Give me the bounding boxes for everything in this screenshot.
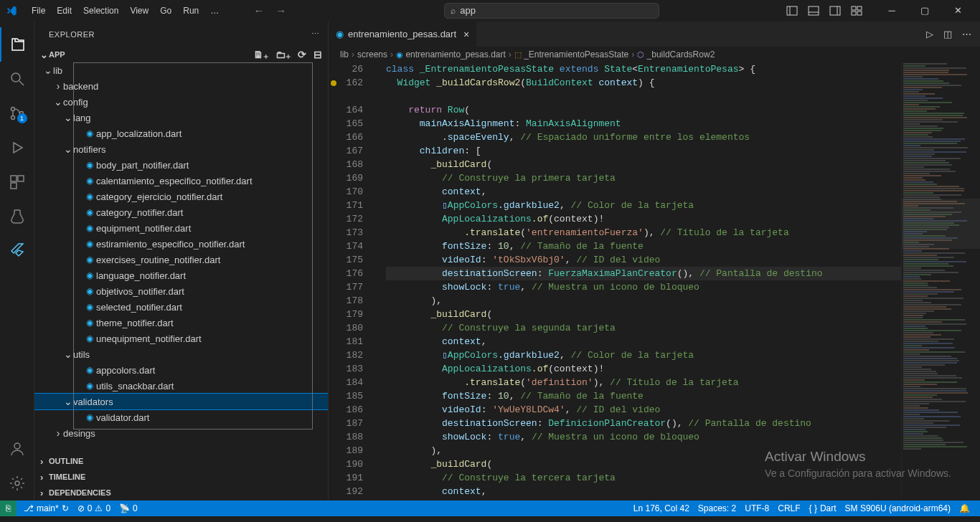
file-category-ejercicio-notifier-dart[interactable]: ◉category_ejercicio_notifier.dart — [34, 189, 328, 204]
sb-spaces[interactable]: Spaces: 2 — [694, 500, 740, 516]
collapse-all-icon[interactable]: ⊟ — [314, 49, 322, 60]
breadcrumb-segment[interactable]: lib — [340, 49, 349, 60]
activity-run-debug[interactable] — [0, 130, 34, 165]
file-equipment-notifier-dart[interactable]: ◉equipment_notifier.dart — [34, 220, 328, 236]
sb-branch[interactable]: ⎇ main* ↻ — [19, 500, 73, 516]
gutter — [329, 62, 339, 500]
tree-label: utils_snackbar.dart — [96, 381, 174, 392]
menu-file[interactable]: File — [26, 0, 51, 22]
file-calentamiento-especifico-notifier-dart[interactable]: ◉calentamiento_especifico_notifier.dart — [34, 173, 328, 189]
editor-more-icon[interactable]: ⋯ — [962, 29, 971, 39]
activity-accounts[interactable] — [0, 432, 34, 466]
dart-file-icon: ◉ — [83, 176, 96, 186]
layout-controls — [786, 5, 862, 16]
folder-notifiers[interactable]: ⌄notifiers — [34, 141, 328, 157]
menu-edit[interactable]: Edit — [51, 0, 77, 22]
toggle-secondary-sidebar-icon[interactable] — [829, 5, 841, 16]
folder-lib[interactable]: ⌄lib — [34, 62, 328, 78]
split-editor-icon[interactable]: ◫ — [943, 29, 952, 39]
file-category-notifier-dart[interactable]: ◉category_notifier.dart — [34, 204, 328, 220]
sb-position[interactable]: Ln 176, Col 42 — [629, 500, 694, 516]
sb-encoding[interactable]: UTF-8 — [740, 500, 773, 516]
window-minimize-button[interactable]: ─ — [875, 0, 908, 22]
tree-label: category_ejercicio_notifier.dart — [96, 191, 222, 202]
section-dependencies[interactable]: ›DEPENDENCIES — [34, 485, 328, 500]
breadcrumb[interactable]: lib›screens›◉ entrenamiento_pesas.dart›⬚… — [329, 47, 980, 62]
toggle-panel-icon[interactable] — [808, 5, 819, 16]
folder-lang[interactable]: ⌄lang — [34, 110, 328, 125]
menu-run[interactable]: Run — [177, 0, 204, 22]
sb-eol[interactable]: CRLF — [773, 500, 804, 516]
file-language-notifier-dart[interactable]: ◉language_notifier.dart — [34, 267, 328, 283]
menu-selection[interactable]: Selection — [77, 0, 124, 22]
toggle-primary-sidebar-icon[interactable] — [786, 5, 798, 16]
svg-rect-6 — [852, 6, 856, 10]
svg-rect-7 — [857, 6, 862, 10]
activity-testing[interactable] — [0, 199, 34, 234]
activity-extensions[interactable] — [0, 165, 34, 199]
tab-row: ◉ entrenamiento_pesas.dart × ▷ ◫ ⋯ — [329, 22, 980, 47]
folder-utils[interactable]: ⌄utils — [34, 346, 328, 362]
refresh-icon[interactable]: ⟳ — [298, 49, 306, 60]
sb-device[interactable]: SM S906U (android-arm64) — [841, 500, 955, 516]
section-outline[interactable]: ›OUTLINE — [34, 453, 328, 469]
activity-settings[interactable] — [0, 466, 34, 500]
run-code-icon[interactable]: ▷ — [926, 29, 933, 39]
tab-close-icon[interactable]: × — [463, 29, 469, 40]
file-estiramiento-especifico-notifier-dart[interactable]: ◉estiramiento_especifico_notifier.dart — [34, 236, 328, 252]
folder-desings[interactable]: ›desings — [34, 425, 328, 441]
sb-errors[interactable]: ⊘0 ⚠0 — [73, 500, 115, 516]
activity-explorer[interactable] — [0, 27, 34, 62]
nav-back-icon[interactable]: ← — [253, 4, 264, 16]
dart-file-icon: ◉ — [83, 223, 96, 233]
chevron-right-icon: › — [40, 488, 49, 498]
svg-rect-17 — [18, 176, 24, 181]
breadcrumb-segment[interactable]: ⬡ _buildCardsRow2 — [637, 49, 715, 60]
remote-button[interactable]: ⎘ — [0, 500, 17, 516]
file-theme-notifier-dart[interactable]: ◉theme_notifier.dart — [34, 315, 328, 331]
activity-flutter[interactable] — [0, 234, 34, 268]
menu-view[interactable]: View — [124, 0, 154, 22]
file-exercises-routine-notifier-dart[interactable]: ◉exercises_routine_notifier.dart — [34, 252, 328, 267]
menu-…[interactable]: … — [204, 0, 225, 22]
window-maximize-button[interactable]: ▢ — [908, 0, 941, 22]
file-utils-snackbar-dart[interactable]: ◉utils_snackbar.dart — [34, 378, 328, 394]
new-file-icon[interactable]: 🗎₊ — [253, 49, 268, 60]
window-close-button[interactable]: ✕ — [941, 0, 974, 22]
file-validator-dart[interactable]: ◉validator.dart — [34, 409, 328, 425]
menu-go[interactable]: Go — [154, 0, 177, 22]
nav-forward-icon[interactable]: → — [275, 4, 286, 16]
code-content[interactable]: class _EntrenamientoPesasState extends S… — [386, 62, 901, 500]
breadcrumb-segment[interactable]: screens — [357, 49, 387, 60]
folder-validators[interactable]: ⌄validators — [34, 394, 328, 409]
tree-label: exercises_routine_notifier.dart — [96, 255, 220, 265]
command-center[interactable]: ⌕ app — [444, 3, 659, 19]
folder-backend[interactable]: ›backend — [34, 78, 328, 94]
activity-source-control[interactable]: 1 — [0, 96, 34, 130]
new-folder-icon[interactable]: 🗀₊ — [275, 49, 291, 60]
file-app-localization-dart[interactable]: ◉app_localization.dart — [34, 125, 328, 141]
sb-ports[interactable]: 📡0 — [115, 500, 142, 516]
project-header[interactable]: ⌄ APP 🗎₊ 🗀₊ ⟳ ⊟ — [34, 47, 328, 62]
file-unequipment-notifier-dart[interactable]: ◉unequipment_notifier.dart — [34, 331, 328, 346]
scm-badge: 1 — [17, 113, 27, 123]
minimap-slider[interactable] — [901, 199, 980, 249]
file-selected-notifier-dart[interactable]: ◉selected_notifier.dart — [34, 299, 328, 315]
file-objetivos-notifier-dart[interactable]: ◉objetivos_notifier.dart — [34, 283, 328, 299]
minimap[interactable] — [901, 62, 980, 500]
chevron-icon: › — [53, 427, 63, 439]
section-timeline[interactable]: ›TIMELINE — [34, 469, 328, 485]
folder-config[interactable]: ⌄config — [34, 94, 328, 110]
breadcrumb-segment[interactable]: ⬚ _EntrenamientoPesasState — [514, 49, 628, 60]
sidebar-more-icon[interactable]: ⋯ — [311, 29, 319, 39]
sb-lang[interactable]: { }Dart — [805, 500, 841, 516]
tab-entrenamiento-pesas[interactable]: ◉ entrenamiento_pesas.dart × — [329, 22, 477, 47]
file-body-part-notifier-dart[interactable]: ◉body_part_notifier.dart — [34, 157, 328, 173]
activity-search[interactable] — [0, 62, 34, 96]
sb-notifications[interactable]: 🔔 — [955, 500, 974, 516]
customize-layout-icon[interactable] — [851, 5, 862, 16]
breadcrumb-segment[interactable]: ◉ entrenamiento_pesas.dart — [396, 49, 506, 60]
svg-rect-18 — [11, 183, 17, 189]
file-tree[interactable]: ⌄lib›backend⌄config⌄lang◉app_localizatio… — [34, 62, 328, 453]
file-appcolors-dart[interactable]: ◉appcolors.dart — [34, 362, 328, 378]
